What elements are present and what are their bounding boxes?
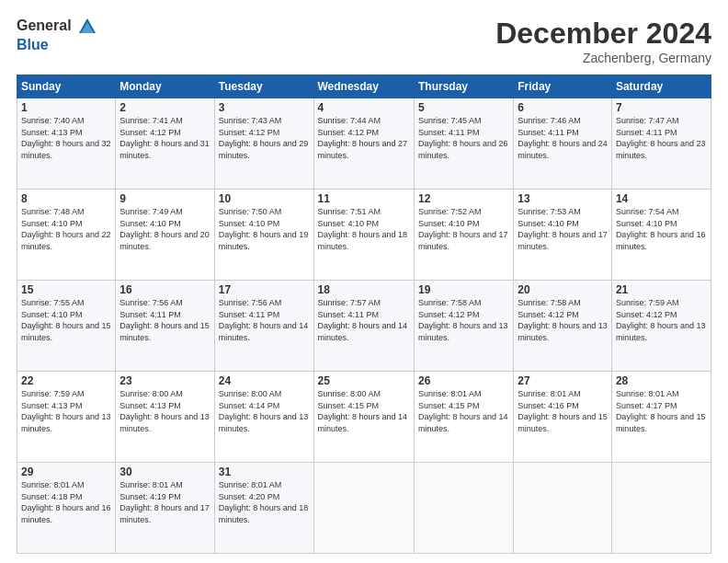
day-number: 16 (119, 283, 210, 296)
day-cell: 9 Sunrise: 7:49 AMSunset: 4:10 PMDayligh… (116, 190, 214, 281)
day-info: Sunrise: 7:40 AMSunset: 4:13 PMDaylight:… (21, 115, 111, 161)
day-number: 23 (119, 374, 210, 387)
logo: General Blue (17, 17, 97, 53)
day-info: Sunrise: 7:51 AMSunset: 4:10 PMDaylight:… (318, 206, 410, 252)
day-cell: 4 Sunrise: 7:44 AMSunset: 4:12 PMDayligh… (313, 98, 414, 190)
col-header-thursday: Thursday (414, 75, 513, 98)
day-number: 30 (119, 465, 210, 478)
day-number: 7 (616, 101, 707, 114)
day-info: Sunrise: 7:45 AMSunset: 4:11 PMDaylight:… (418, 115, 509, 161)
day-cell: 23 Sunrise: 8:00 AMSunset: 4:13 PMDaylig… (116, 372, 214, 463)
col-header-wednesday: Wednesday (313, 75, 414, 98)
day-number: 17 (219, 283, 310, 296)
day-info: Sunrise: 7:48 AMSunset: 4:10 PMDaylight:… (21, 206, 111, 252)
day-info: Sunrise: 7:59 AMSunset: 4:13 PMDaylight:… (21, 388, 111, 434)
day-number: 5 (418, 101, 509, 114)
day-info: Sunrise: 7:46 AMSunset: 4:11 PMDaylight:… (518, 115, 608, 161)
day-number: 26 (418, 374, 509, 387)
day-cell: 21 Sunrise: 7:59 AMSunset: 4:12 PMDaylig… (611, 281, 711, 372)
day-number: 13 (518, 192, 608, 205)
calendar-table: SundayMondayTuesdayWednesdayThursdayFrid… (17, 75, 711, 554)
day-number: 19 (418, 283, 509, 296)
day-cell: 13 Sunrise: 7:53 AMSunset: 4:10 PMDaylig… (514, 190, 612, 281)
day-cell (313, 463, 414, 554)
day-number: 21 (616, 283, 707, 296)
day-info: Sunrise: 7:56 AMSunset: 4:11 PMDaylight:… (219, 297, 310, 343)
day-cell: 1 Sunrise: 7:40 AMSunset: 4:13 PMDayligh… (17, 98, 116, 190)
day-info: Sunrise: 7:56 AMSunset: 4:11 PMDaylight:… (119, 297, 210, 343)
day-number: 15 (21, 283, 111, 296)
day-cell: 11 Sunrise: 7:51 AMSunset: 4:10 PMDaylig… (313, 190, 414, 281)
day-info: Sunrise: 8:01 AMSunset: 4:18 PMDaylight:… (21, 479, 111, 525)
day-number: 8 (21, 192, 111, 205)
title-block: December 2024 Zachenberg, Germany (495, 17, 711, 65)
day-info: Sunrise: 7:41 AMSunset: 4:12 PMDaylight:… (119, 115, 210, 161)
day-cell: 12 Sunrise: 7:52 AMSunset: 4:10 PMDaylig… (414, 190, 513, 281)
day-number: 2 (119, 101, 210, 114)
day-cell (414, 463, 513, 554)
day-number: 31 (219, 465, 310, 478)
day-cell: 31 Sunrise: 8:01 AMSunset: 4:20 PMDaylig… (214, 463, 313, 554)
day-number: 25 (318, 374, 410, 387)
day-info: Sunrise: 7:54 AMSunset: 4:10 PMDaylight:… (616, 206, 707, 252)
day-cell: 17 Sunrise: 7:56 AMSunset: 4:11 PMDaylig… (214, 281, 313, 372)
day-cell: 16 Sunrise: 7:56 AMSunset: 4:11 PMDaylig… (116, 281, 214, 372)
day-number: 29 (21, 465, 111, 478)
day-cell: 18 Sunrise: 7:57 AMSunset: 4:11 PMDaylig… (313, 281, 414, 372)
day-cell: 30 Sunrise: 8:01 AMSunset: 4:19 PMDaylig… (116, 463, 214, 554)
day-number: 27 (518, 374, 608, 387)
day-cell: 14 Sunrise: 7:54 AMSunset: 4:10 PMDaylig… (611, 190, 711, 281)
day-info: Sunrise: 7:43 AMSunset: 4:12 PMDaylight:… (219, 115, 310, 161)
day-info: Sunrise: 8:00 AMSunset: 4:14 PMDaylight:… (219, 388, 310, 434)
day-number: 3 (219, 101, 310, 114)
day-cell: 28 Sunrise: 8:01 AMSunset: 4:17 PMDaylig… (611, 372, 711, 463)
day-cell: 6 Sunrise: 7:46 AMSunset: 4:11 PMDayligh… (514, 98, 612, 190)
day-info: Sunrise: 7:44 AMSunset: 4:12 PMDaylight:… (318, 115, 410, 161)
day-cell: 5 Sunrise: 7:45 AMSunset: 4:11 PMDayligh… (414, 98, 513, 190)
day-number: 14 (616, 192, 707, 205)
day-cell: 3 Sunrise: 7:43 AMSunset: 4:12 PMDayligh… (214, 98, 313, 190)
day-cell: 15 Sunrise: 7:55 AMSunset: 4:10 PMDaylig… (17, 281, 116, 372)
day-info: Sunrise: 8:00 AMSunset: 4:15 PMDaylight:… (318, 388, 410, 434)
day-info: Sunrise: 7:49 AMSunset: 4:10 PMDaylight:… (119, 206, 210, 252)
day-info: Sunrise: 8:01 AMSunset: 4:16 PMDaylight:… (518, 388, 608, 434)
day-cell: 10 Sunrise: 7:50 AMSunset: 4:10 PMDaylig… (214, 190, 313, 281)
col-header-tuesday: Tuesday (214, 75, 313, 98)
day-info: Sunrise: 7:52 AMSunset: 4:10 PMDaylight:… (418, 206, 509, 252)
day-info: Sunrise: 8:00 AMSunset: 4:13 PMDaylight:… (119, 388, 210, 434)
day-cell (514, 463, 612, 554)
day-number: 6 (518, 101, 608, 114)
day-cell: 22 Sunrise: 7:59 AMSunset: 4:13 PMDaylig… (17, 372, 116, 463)
day-cell: 29 Sunrise: 8:01 AMSunset: 4:18 PMDaylig… (17, 463, 116, 554)
day-cell: 25 Sunrise: 8:00 AMSunset: 4:15 PMDaylig… (313, 372, 414, 463)
day-cell: 19 Sunrise: 7:58 AMSunset: 4:12 PMDaylig… (414, 281, 513, 372)
day-cell: 27 Sunrise: 8:01 AMSunset: 4:16 PMDaylig… (514, 372, 612, 463)
location-title: Zachenberg, Germany (495, 51, 711, 65)
day-info: Sunrise: 7:53 AMSunset: 4:10 PMDaylight:… (518, 206, 608, 252)
day-info: Sunrise: 8:01 AMSunset: 4:15 PMDaylight:… (418, 388, 509, 434)
day-number: 22 (21, 374, 111, 387)
day-info: Sunrise: 7:58 AMSunset: 4:12 PMDaylight:… (518, 297, 608, 343)
col-header-monday: Monday (116, 75, 214, 98)
day-info: Sunrise: 7:57 AMSunset: 4:11 PMDaylight:… (318, 297, 410, 343)
day-cell: 2 Sunrise: 7:41 AMSunset: 4:12 PMDayligh… (116, 98, 214, 190)
day-cell: 8 Sunrise: 7:48 AMSunset: 4:10 PMDayligh… (17, 190, 116, 281)
day-info: Sunrise: 8:01 AMSunset: 4:19 PMDaylight:… (119, 479, 210, 525)
col-header-sunday: Sunday (17, 75, 116, 98)
day-number: 1 (21, 101, 111, 114)
day-number: 24 (219, 374, 310, 387)
month-title: December 2024 (495, 17, 711, 51)
day-number: 10 (219, 192, 310, 205)
day-cell: 26 Sunrise: 8:01 AMSunset: 4:15 PMDaylig… (414, 372, 513, 463)
day-info: Sunrise: 7:58 AMSunset: 4:12 PMDaylight:… (418, 297, 509, 343)
day-cell: 7 Sunrise: 7:47 AMSunset: 4:11 PMDayligh… (611, 98, 711, 190)
day-number: 18 (318, 283, 410, 296)
week-row-4: 22 Sunrise: 7:59 AMSunset: 4:13 PMDaylig… (17, 372, 711, 463)
day-info: Sunrise: 8:01 AMSunset: 4:20 PMDaylight:… (219, 479, 310, 525)
week-row-5: 29 Sunrise: 8:01 AMSunset: 4:18 PMDaylig… (17, 463, 711, 554)
page: General Blue December 2024 Zachenberg, G… (0, 0, 728, 563)
day-number: 12 (418, 192, 509, 205)
day-cell: 24 Sunrise: 8:00 AMSunset: 4:14 PMDaylig… (214, 372, 313, 463)
day-number: 4 (318, 101, 410, 114)
day-cell (611, 463, 711, 554)
